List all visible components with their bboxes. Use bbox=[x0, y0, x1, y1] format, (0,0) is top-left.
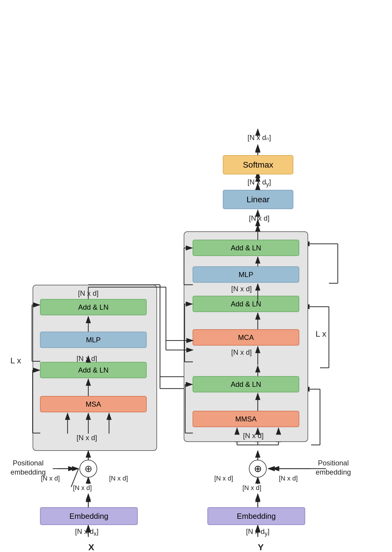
decoder-embedding-label: Embedding bbox=[237, 512, 276, 521]
nxdx-label: [N x dx] bbox=[65, 527, 109, 537]
output-label: [N x dₙ] bbox=[237, 133, 281, 142]
decoder-embedding: Embedding bbox=[207, 507, 305, 525]
encoder-embedding: Embedding bbox=[40, 507, 138, 525]
nxd-decoder-mid: [N x d] bbox=[219, 348, 264, 357]
encoder-add-ln-top-label: Add & LN bbox=[78, 303, 109, 311]
lx-encoder: L x bbox=[10, 356, 21, 365]
lx-decoder: L x bbox=[316, 329, 326, 339]
encoder-add-ln-bottom-label: Add & LN bbox=[78, 366, 109, 374]
decoder-add-ln-bottom: Add & LN bbox=[193, 376, 299, 392]
nxd-above-left-embed: [N x d] bbox=[65, 484, 100, 492]
plus-circle-right-symbol: ⊕ bbox=[254, 463, 262, 474]
decoder-mca-label: MCA bbox=[238, 333, 254, 342]
decoder-add-ln-top: Add & LN bbox=[193, 240, 299, 256]
nxd-left-plus-right: [N x d] bbox=[101, 475, 136, 482]
plus-circle-right: ⊕ bbox=[249, 460, 267, 478]
plus-circle-left: ⊕ bbox=[79, 460, 97, 478]
encoder-add-ln-bottom: Add & LN bbox=[40, 362, 147, 378]
encoder-embedding-label: Embedding bbox=[69, 512, 108, 521]
encoder-mlp-label: MLP bbox=[86, 336, 100, 344]
pos-embed-right: Positionalembedding bbox=[311, 458, 356, 477]
decoder-add-ln-bottom-label: Add & LN bbox=[231, 380, 261, 389]
nxd-right-plus-right: [N x d] bbox=[271, 475, 306, 482]
linear-label: Linear bbox=[247, 195, 270, 204]
linear-block: Linear bbox=[223, 190, 293, 209]
encoder-msa-label: MSA bbox=[86, 400, 101, 408]
encoder-msa: MSA bbox=[40, 396, 147, 412]
softmax-label: Softmax bbox=[243, 160, 273, 170]
decoder-mmsa: MMSA bbox=[193, 411, 299, 427]
softmax-block: Softmax bbox=[223, 155, 293, 174]
nxd-encoder-mid: [N x d] bbox=[65, 354, 109, 363]
nxd-encoder-top: [N x d] bbox=[59, 289, 118, 298]
nxd-right-plus-left: [N x d] bbox=[206, 475, 241, 482]
decoder-mmsa-label: MMSA bbox=[235, 415, 257, 423]
decoder-mlp-label: MLP bbox=[239, 271, 253, 279]
decoder-mlp: MLP bbox=[193, 266, 299, 283]
y-label: Y bbox=[253, 542, 268, 552]
nxd-above-right-embed: [N x d] bbox=[234, 484, 270, 492]
encoder-add-ln-top: Add & LN bbox=[40, 299, 147, 315]
nxd-encoder-input: [N x d] bbox=[65, 434, 109, 442]
x-label: X bbox=[84, 542, 99, 552]
pos-embed-left: Positionalembedding bbox=[7, 458, 49, 477]
nxd-linear-in: [N x d] bbox=[237, 214, 281, 222]
decoder-add-ln-mid-label: Add & LN bbox=[231, 300, 261, 308]
nxd-decoder-mid2: [N x d] bbox=[219, 285, 264, 293]
nxd-decoder-input: [N x d] bbox=[231, 432, 276, 440]
encoder-mlp: MLP bbox=[40, 332, 147, 348]
decoder-add-ln-mid: Add & LN bbox=[193, 296, 299, 312]
diagram: [N x dₙ] Softmax [N x dy] Linear [N x d]… bbox=[0, 0, 392, 552]
plus-circle-left-symbol: ⊕ bbox=[84, 463, 92, 474]
decoder-mca: MCA bbox=[193, 329, 299, 346]
nxdy-label-1: [N x dy] bbox=[237, 178, 281, 188]
decoder-add-ln-top-label: Add & LN bbox=[231, 244, 261, 252]
nxdy-bottom-label: [N x dy] bbox=[236, 527, 280, 537]
